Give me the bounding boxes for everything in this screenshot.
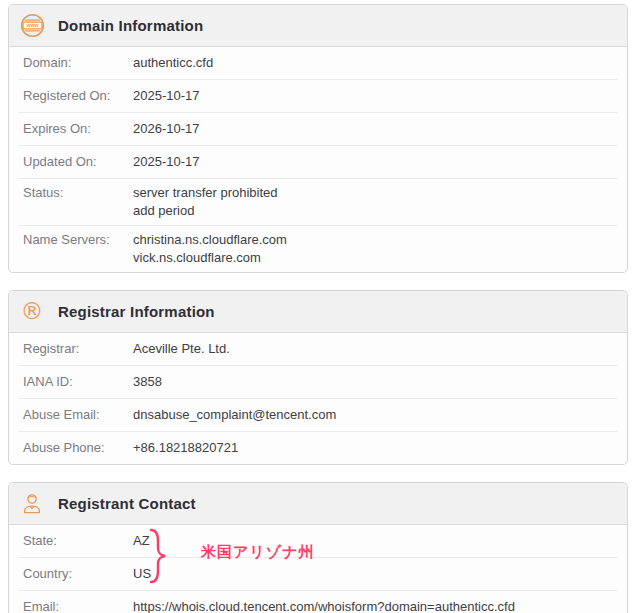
field-label: Registered On: — [23, 87, 133, 105]
field-label: Country: — [23, 565, 133, 583]
field-value-line: add period — [133, 202, 278, 220]
field-value: +86.18218820721 — [133, 439, 238, 457]
field-value-line: https://whois.cloud.tencent.com/whoisfor… — [133, 598, 515, 613]
annotation-label: 米国アリゾナ州 — [201, 543, 314, 562]
field-value: dnsabuse_complaint@tencent.com — [133, 406, 336, 424]
registrar-information-card: ® Registrar Information Registrar:Acevil… — [8, 290, 628, 465]
registrant-contact-rows: State:AZCountry:USEmail:https://whois.cl… — [9, 525, 627, 613]
registrar-information-rows: Registrar:Aceville Pte. Ltd.IANA ID:3858… — [9, 333, 627, 464]
field-value: 2025-10-17 — [133, 87, 200, 105]
table-row: Updated On:2025-10-17 — [19, 146, 617, 179]
field-label: IANA ID: — [23, 373, 133, 391]
table-row: Email:https://whois.cloud.tencent.com/wh… — [19, 591, 617, 613]
field-value-line: +86.18218820721 — [133, 439, 238, 457]
table-row: Abuse Phone:+86.18218820721 — [19, 432, 617, 464]
domain-information-rows: Domain:authenticc.cfdRegistered On:2025-… — [9, 47, 627, 272]
domain-information-header: www Domain Information — [9, 5, 627, 47]
table-row: Domain:authenticc.cfd — [19, 47, 617, 80]
field-label: Expires On: — [23, 120, 133, 138]
field-label: Name Servers: — [23, 231, 133, 267]
registered-trademark-icon: ® — [19, 300, 45, 323]
registrant-contact-header: Registrant Contact — [9, 483, 627, 525]
field-value: server transfer prohibitedadd period — [133, 184, 278, 220]
registrant-contact-card: Registrant Contact State:AZCountry:USEma… — [8, 482, 628, 613]
registrar-information-header: ® Registrar Information — [9, 291, 627, 333]
field-value: 2025-10-17 — [133, 153, 200, 171]
field-value-line: 2025-10-17 — [133, 153, 200, 171]
field-value: 2026-10-17 — [133, 120, 200, 138]
table-row: Name Servers:christina.ns.cloudflare.com… — [19, 226, 617, 272]
section-title: Registrar Information — [58, 303, 215, 320]
field-label: Abuse Email: — [23, 406, 133, 424]
field-label: Email: — [23, 598, 133, 613]
person-icon — [19, 492, 45, 516]
field-value: christina.ns.cloudflare.comvick.ns.cloud… — [133, 231, 287, 267]
field-value-line: authenticc.cfd — [133, 54, 213, 72]
www-globe-icon: www — [19, 13, 45, 38]
field-value-line: dnsabuse_complaint@tencent.com — [133, 406, 336, 424]
annotation-brace-icon — [149, 528, 167, 588]
field-value-line: server transfer prohibited — [133, 184, 278, 202]
table-row: State:AZ — [19, 525, 617, 558]
field-label: State: — [23, 532, 133, 550]
field-value-line: 2026-10-17 — [133, 120, 200, 138]
field-label: Status: — [23, 184, 133, 220]
section-title: Registrant Contact — [58, 495, 196, 512]
field-value-line: Aceville Pte. Ltd. — [133, 340, 230, 358]
field-label: Updated On: — [23, 153, 133, 171]
table-row: Registered On:2025-10-17 — [19, 80, 617, 113]
field-value-line: 2025-10-17 — [133, 87, 200, 105]
domain-information-card: www Domain Information Domain:authenticc… — [8, 4, 628, 273]
field-value-line: 3858 — [133, 373, 162, 391]
table-row: Status:server transfer prohibitedadd per… — [19, 179, 617, 226]
field-value-line: AZ — [133, 532, 150, 550]
field-value: Aceville Pte. Ltd. — [133, 340, 230, 358]
svg-text:www: www — [25, 22, 39, 28]
field-value-line: christina.ns.cloudflare.com — [133, 231, 287, 249]
table-row: IANA ID:3858 — [19, 366, 617, 399]
table-row: Abuse Email:dnsabuse_complaint@tencent.c… — [19, 399, 617, 432]
field-label: Registrar: — [23, 340, 133, 358]
field-label: Domain: — [23, 54, 133, 72]
table-row: Registrar:Aceville Pte. Ltd. — [19, 333, 617, 366]
field-value: authenticc.cfd — [133, 54, 213, 72]
field-value: https://whois.cloud.tencent.com/whoisfor… — [133, 598, 515, 613]
field-value: 3858 — [133, 373, 162, 391]
section-title: Domain Information — [58, 17, 203, 34]
field-value: AZ — [133, 532, 150, 550]
table-row: Country:US — [19, 558, 617, 591]
table-row: Expires On:2026-10-17 — [19, 113, 617, 146]
field-label: Abuse Phone: — [23, 439, 133, 457]
field-value-line: vick.ns.cloudflare.com — [133, 249, 287, 267]
